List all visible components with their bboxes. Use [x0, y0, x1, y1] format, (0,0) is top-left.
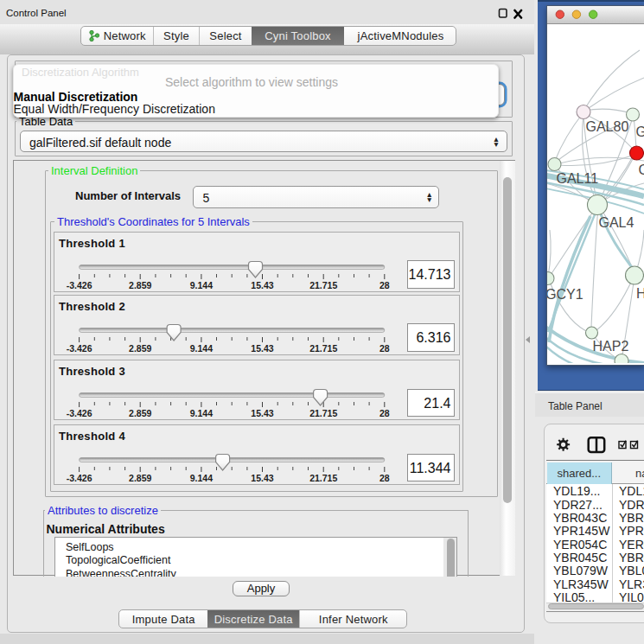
svg-text:21.715: 21.715 [309, 343, 337, 354]
svg-text:GCY1: GCY1 [547, 287, 583, 302]
svg-text:15.43: 15.43 [251, 408, 273, 418]
svg-text:GAL11: GAL11 [557, 171, 599, 186]
svg-text:28: 28 [379, 343, 390, 354]
svg-text:HAP2: HAP2 [593, 339, 629, 354]
svg-text:15.43: 15.43 [251, 280, 273, 290]
svg-text:2.859: 2.859 [129, 343, 151, 354]
svg-text:-3.426: -3.426 [67, 473, 92, 483]
svg-text:28: 28 [379, 280, 390, 290]
svg-text:9.144: 9.144 [190, 343, 213, 354]
svg-text:21.715: 21.715 [309, 408, 337, 418]
svg-text:C: C [639, 163, 644, 177]
svg-text:28: 28 [379, 473, 390, 483]
svg-text:-3.426: -3.426 [67, 343, 92, 354]
svg-text:2.859: 2.859 [129, 280, 151, 290]
svg-text:2.859: 2.859 [129, 408, 151, 418]
svg-text:-3.426: -3.426 [67, 408, 92, 418]
svg-text:15.43: 15.43 [251, 343, 273, 354]
svg-text:GA: GA [636, 124, 644, 139]
svg-text:GAL4: GAL4 [599, 215, 634, 230]
svg-text:9.144: 9.144 [190, 473, 213, 483]
svg-text:2.859: 2.859 [129, 473, 151, 483]
svg-text:28: 28 [379, 408, 390, 418]
svg-text:9.144: 9.144 [190, 280, 213, 290]
svg-text:H: H [636, 286, 644, 301]
svg-text:-3.426: -3.426 [67, 280, 92, 290]
svg-text:15.43: 15.43 [251, 473, 273, 483]
svg-text:21.715: 21.715 [309, 280, 337, 290]
svg-text:GAL80: GAL80 [586, 119, 629, 134]
svg-text:21.715: 21.715 [309, 473, 337, 483]
svg-text:9.144: 9.144 [190, 408, 213, 418]
